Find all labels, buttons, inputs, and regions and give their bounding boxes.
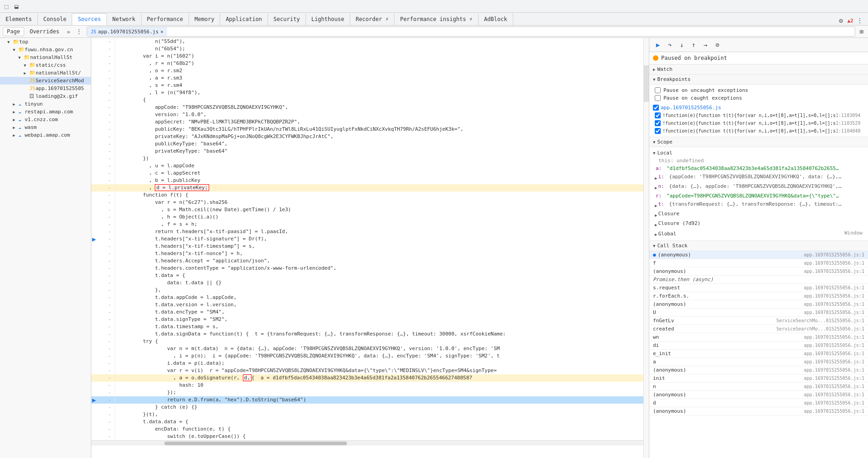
call-item-2[interactable]: (anonymous)app.1697015255056.js:1: [649, 267, 868, 276]
call-item-7[interactable]: Uapp.1697015255056.js:1: [649, 309, 868, 317]
overrides-tab[interactable]: Overrides: [26, 27, 63, 36]
code-editor[interactable]: - n("55dd"),- n("6b54");- var i = n("160…: [91, 38, 643, 458]
tab-console[interactable]: Console: [38, 13, 73, 25]
call-item-3[interactable]: Promise.then (async): [649, 276, 868, 284]
scope-var-arrow-4[interactable]: ▶: [655, 201, 657, 209]
tab-lighthouse[interactable]: Lighthouse: [306, 13, 350, 25]
tree-item-wasm[interactable]: ▶ ☁ wasm: [0, 123, 91, 131]
closure-section-header[interactable]: ▶ Closure: [653, 210, 864, 219]
call-name-16: n: [653, 383, 656, 389]
scope-var-arrow-2[interactable]: ▶: [655, 183, 657, 192]
more-options-icon[interactable]: ⋮: [855, 16, 864, 25]
tree-item-nationalhall[interactable]: ▼ 📁 nationalHallSt: [0, 53, 91, 61]
breakpoint-marker: [91, 192, 97, 199]
code-line: ▶- t.headers["x-tif-signature"] = Dr(f),: [91, 235, 643, 243]
pause-uncaught-checkbox[interactable]: [655, 87, 661, 93]
call-file-14: app.1697015255056.js:1: [804, 367, 864, 373]
code-line: - } catch (e) {}: [91, 404, 643, 411]
scope-section-header[interactable]: ▼ Scope: [649, 137, 868, 147]
closure-7d92-header[interactable]: ▶ Closure (7d92): [653, 219, 864, 229]
tree-item-fuwu[interactable]: ▼ 📁 fuwu.nhsa.gov.cn: [0, 46, 91, 53]
call-file-5: app.1697015255056.js:1: [804, 293, 864, 298]
minimap-thumb[interactable]: [644, 65, 649, 102]
breakpoint-marker: [91, 279, 97, 287]
bp-checkbox-1[interactable]: [655, 120, 661, 126]
call-item-10[interactable]: wnapp.1697015255056.js:1: [649, 333, 868, 341]
bp-item[interactable]: !function(e){function t(t){for(var n,i,o…: [653, 119, 864, 127]
device-icon[interactable]: ⬓: [12, 2, 21, 11]
tree-item-loading[interactable]: 🖼 loading@2x.gif: [0, 92, 91, 100]
tree-item-tinyun[interactable]: ▶ ☁ tinyun: [0, 100, 91, 108]
minimap[interactable]: [643, 38, 649, 458]
call-item-14[interactable]: (anonymous)app.1697015255056.js:1: [649, 366, 868, 374]
tree-item-top[interactable]: ▼ 📁 top: [0, 38, 91, 46]
call-item-4[interactable]: s.requestapp.1697015255056.js:1: [649, 284, 868, 292]
tab-application[interactable]: Application: [220, 13, 268, 25]
panel-options-btn[interactable]: ⋮: [74, 27, 84, 36]
tree-item-css[interactable]: ▼ 📁 static/css: [0, 61, 91, 69]
step-btn[interactable]: →: [700, 40, 710, 50]
call-item-5[interactable]: r.forEach.s.app.1697015255056.js:1: [649, 292, 868, 300]
tree-item-app[interactable]: JS app.169701525505: [0, 85, 91, 92]
call-item-0[interactable]: ●(anonymous)app.1697015255056.js:1: [649, 251, 868, 259]
tree-item-cnzz[interactable]: ▶ ☁ v1.cnzz.com: [0, 116, 91, 123]
call-item-11[interactable]: diapp.1697015255056.js:1: [649, 341, 868, 350]
watch-section-header[interactable]: ▶ Watch: [649, 64, 868, 75]
global-section[interactable]: ▶ Global: [655, 229, 676, 238]
scope-val-1: {appCode: 'T98HPCGN5ZVVQBS8LZQNOAEXVI9GY…: [669, 173, 842, 181]
bp-checkbox-2[interactable]: [655, 128, 661, 134]
tree-item-nationalhallst2[interactable]: ▶ 📁 nationalHallSt/: [0, 69, 91, 77]
call-file-2: app.1697015255056.js:1: [804, 269, 864, 274]
call-item-6[interactable]: (anonymous)app.1697015255056.js:1: [649, 300, 868, 309]
step-into-btn[interactable]: ↓: [677, 40, 687, 50]
tree-item-servicesearch[interactable]: JS ServiceSearchMod: [0, 77, 91, 85]
tab-network[interactable]: Network: [107, 13, 142, 25]
tab-security[interactable]: Security: [268, 13, 306, 25]
tab-adblock[interactable]: AdBlock: [479, 13, 513, 25]
code-scrollbar[interactable]: [91, 440, 643, 446]
call-item-13[interactable]: aapp.1697015255056.js:1: [649, 358, 868, 366]
step-out-btn[interactable]: ↑: [689, 40, 699, 50]
call-item-19[interactable]: (anonymous)app.1697015255056.js:1: [649, 407, 868, 415]
breakpoint-marker: [91, 367, 97, 374]
call-item-9[interactable]: createdServiceSearchMo...015255056.js:1: [649, 325, 868, 333]
tab-recorder[interactable]: Recorder ⚡: [350, 13, 395, 25]
call-item-18[interactable]: dapp.1697015255056.js:1: [649, 399, 868, 407]
tree-item-webapi[interactable]: ▶ ☁ webapi.amap.com: [0, 131, 91, 139]
deactivate-btn[interactable]: ⊘: [712, 40, 722, 50]
tab-sources[interactable]: Sources: [72, 13, 107, 25]
step-over-btn[interactable]: ↷: [665, 40, 675, 50]
more-tabs-btn[interactable]: »: [65, 27, 72, 36]
resume-btn[interactable]: ▶: [653, 40, 663, 50]
call-stack-section-header[interactable]: ▼ Call Stack: [649, 241, 868, 251]
call-name-17: (anonymous): [653, 392, 686, 398]
breakpoint-marker: [91, 67, 97, 75]
tab-elements[interactable]: Elements: [0, 13, 38, 25]
cursor-icon[interactable]: ⬚: [2, 2, 11, 11]
bp-item[interactable]: !function(e){function t(t){for(var n,i,o…: [653, 127, 864, 135]
call-item-8[interactable]: fnGetLvServiceSearchMo...015255056.js:1: [649, 317, 868, 325]
tab-memory[interactable]: Memory: [189, 13, 220, 25]
bp-item[interactable]: !function(e){function t(t){for(var n,i,o…: [653, 112, 864, 119]
local-section-header[interactable]: ▼ Local: [653, 149, 864, 157]
call-item-15[interactable]: initapp.1697015255056.js:1: [649, 374, 868, 383]
call-item-1[interactable]: fapp.1697015255056.js:1: [649, 259, 868, 267]
call-item-17[interactable]: (anonymous)app.1697015255056.js:1: [649, 391, 868, 399]
bp-checkbox-0[interactable]: [655, 112, 661, 118]
bp-file-checkbox[interactable]: [653, 105, 659, 111]
tree-item-restapi[interactable]: ▶ ☁ restapi.amap.com: [0, 108, 91, 116]
code-line: - , o = r.sm2: [91, 67, 643, 75]
scrollbar-thumb[interactable]: [164, 442, 347, 445]
file-tab-active[interactable]: JS app.1697015255056.js ×: [87, 27, 167, 36]
call-item-16[interactable]: napp.1697015255056.js:1: [649, 383, 868, 391]
scope-var-arrow-1[interactable]: ▶: [655, 173, 657, 182]
column-toggle-btn[interactable]: ⊞: [858, 27, 865, 36]
settings-icon[interactable]: ⚙: [836, 16, 846, 25]
page-tab[interactable]: Page: [3, 27, 24, 36]
file-tab-close[interactable]: ×: [160, 29, 163, 35]
tab-performance[interactable]: Performance: [142, 13, 189, 25]
tab-performance-insights[interactable]: Performance insights ⚡: [395, 13, 479, 25]
call-item-12[interactable]: e_initapp.1697015255056.js:1: [649, 350, 868, 358]
breakpoints-section-header[interactable]: ▼ Breakpoints: [649, 75, 868, 85]
pause-caught-checkbox[interactable]: [655, 95, 661, 101]
